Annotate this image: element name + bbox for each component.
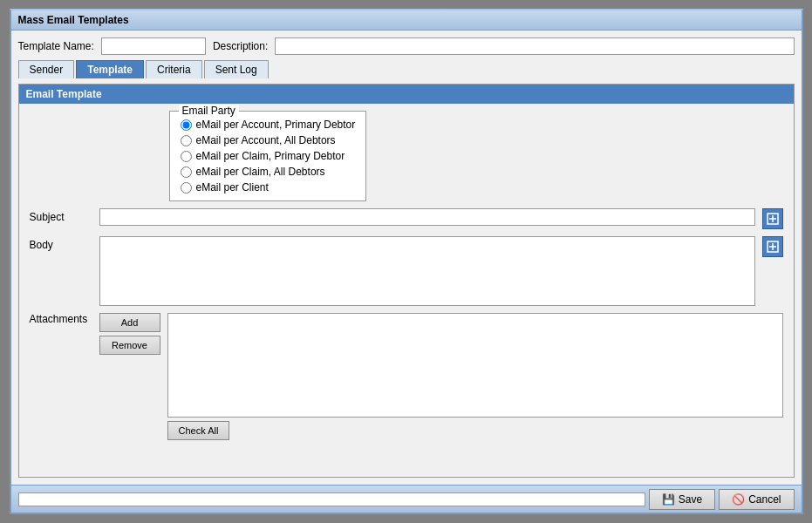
progress-bar bbox=[18, 492, 645, 506]
body-icon-button[interactable] bbox=[762, 236, 783, 257]
subject-icon-button[interactable] bbox=[762, 208, 783, 229]
tab-sent-log[interactable]: Sent Log bbox=[204, 60, 269, 78]
radio-email-per-claim-primary[interactable] bbox=[181, 151, 192, 162]
radio-email-per-account-all[interactable] bbox=[181, 135, 192, 146]
remove-button[interactable]: Remove bbox=[99, 336, 160, 355]
description-label: Description: bbox=[213, 40, 268, 52]
body-insert-variable-icon bbox=[767, 241, 779, 253]
tab-body: Email Party eMail per Account, Primary D… bbox=[19, 104, 794, 477]
cancel-icon: 🚫 bbox=[732, 493, 745, 506]
radio-option-4: eMail per Claim, All Debtors bbox=[181, 166, 356, 178]
radio-label-4: eMail per Claim, All Debtors bbox=[196, 166, 325, 178]
add-button[interactable]: Add bbox=[99, 313, 160, 332]
check-all-button[interactable]: Check All bbox=[167, 421, 230, 440]
tab-sender[interactable]: Sender bbox=[18, 60, 75, 78]
save-button[interactable]: 💾 Save bbox=[649, 489, 715, 510]
radio-label-2: eMail per Account, All Debtors bbox=[196, 134, 336, 146]
template-name-label: Template Name: bbox=[18, 40, 94, 52]
radio-option-2: eMail per Account, All Debtors bbox=[181, 134, 356, 146]
tabs-bar: Sender Template Criteria Sent Log bbox=[18, 60, 795, 78]
tab-content: Email Template Email Party eMail per Acc… bbox=[18, 84, 795, 478]
attachments-row: Attachments Add Remove Check A bbox=[30, 313, 783, 440]
title-bar: Mass Email Templates bbox=[11, 10, 802, 31]
save-icon: 💾 bbox=[662, 493, 675, 506]
subject-label: Subject bbox=[30, 208, 92, 223]
body-textarea[interactable] bbox=[99, 236, 755, 306]
tab-template[interactable]: Template bbox=[76, 60, 144, 78]
email-party-legend: Email Party bbox=[179, 105, 239, 117]
radio-option-1: eMail per Account, Primary Debtor bbox=[181, 119, 356, 131]
subject-row: Subject bbox=[30, 208, 783, 229]
bottom-bar: 💾 Save 🚫 Cancel bbox=[11, 485, 802, 513]
radio-email-per-client[interactable] bbox=[181, 182, 192, 194]
cancel-button[interactable]: 🚫 Cancel bbox=[719, 489, 794, 510]
window-title: Mass Email Templates bbox=[18, 14, 129, 26]
radio-label-3: eMail per Claim, Primary Debtor bbox=[196, 150, 345, 162]
check-all-row: Check All bbox=[167, 421, 783, 440]
body-label: Body bbox=[30, 236, 92, 251]
template-name-input[interactable] bbox=[101, 37, 206, 55]
radio-email-per-account-primary[interactable] bbox=[181, 119, 192, 131]
main-window: Mass Email Templates Template Name: Desc… bbox=[10, 9, 803, 514]
subject-input[interactable] bbox=[99, 208, 755, 226]
header-row: Template Name: Description: bbox=[18, 37, 795, 55]
attachments-list[interactable] bbox=[167, 313, 783, 418]
tab-criteria[interactable]: Criteria bbox=[146, 60, 202, 78]
body-row: Body bbox=[30, 236, 783, 306]
insert-variable-icon bbox=[767, 213, 779, 225]
radio-label-5: eMail per Client bbox=[196, 181, 269, 194]
attachments-label: Attachments bbox=[30, 313, 92, 325]
radio-option-3: eMail per Claim, Primary Debtor bbox=[181, 150, 356, 162]
radio-label-1: eMail per Account, Primary Debtor bbox=[196, 119, 356, 131]
email-party-group: Email Party eMail per Account, Primary D… bbox=[169, 111, 367, 201]
section-header: Email Template bbox=[19, 85, 794, 104]
radio-option-5: eMail per Client bbox=[181, 181, 356, 194]
description-input[interactable] bbox=[275, 37, 794, 55]
radio-email-per-claim-all[interactable] bbox=[181, 166, 192, 178]
